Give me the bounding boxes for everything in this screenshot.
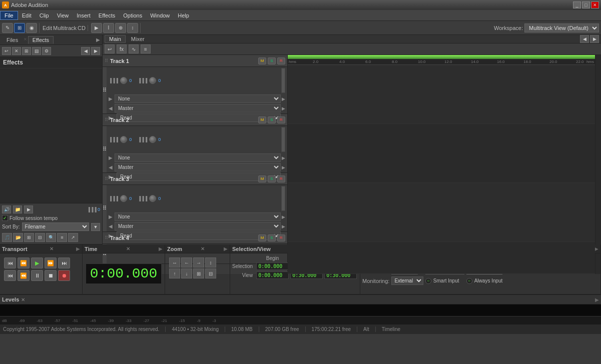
tab-files[interactable]: Files <box>2 36 23 44</box>
tool-btn-2[interactable]: I <box>103 23 114 33</box>
trans-record[interactable]: ⏺ <box>58 270 70 281</box>
workspace-select[interactable]: Multitrack View (Default) <box>524 24 599 32</box>
track-1-output-select[interactable]: Master <box>115 104 281 112</box>
trans-rewind[interactable]: ⏪ <box>18 258 30 268</box>
track-3-pan-knob[interactable] <box>149 195 156 202</box>
track-tool-eq[interactable]: ∿ <box>129 44 139 54</box>
zoom-btn-3[interactable]: → <box>193 258 204 268</box>
track-1-vol-knob[interactable] <box>120 77 127 84</box>
file-icon-4[interactable]: ⊟ <box>35 233 45 242</box>
smart-input-radio[interactable]: ○ <box>425 278 431 284</box>
edit-mode-btn[interactable]: ✎ <box>2 23 13 33</box>
track-tab-main[interactable]: Main <box>105 35 126 43</box>
zoom-btn-4[interactable]: ↕ <box>205 258 216 268</box>
file-icon-3[interactable]: ⊞ <box>24 233 34 242</box>
trans-stop[interactable]: ⏹ <box>45 270 57 281</box>
track-4-record[interactable]: R <box>277 234 285 242</box>
zoom-btn-5[interactable]: ↑ <box>169 268 180 278</box>
tool-btn-1[interactable]: ▶ <box>91 23 102 33</box>
trans-play[interactable]: ▶ <box>31 258 43 268</box>
file-icon-7[interactable]: ↗ <box>68 233 78 242</box>
track-1-left-bar[interactable]: ⠿ <box>103 67 107 114</box>
track-tab-mixer[interactable]: Mixer <box>127 35 149 43</box>
sel-begin-input[interactable] <box>256 262 289 270</box>
track-1-send-more[interactable]: ▶ <box>282 96 285 102</box>
zoom-btn-1[interactable]: ↔ <box>169 258 180 268</box>
menu-help[interactable]: Help <box>174 12 193 20</box>
track-2-left-bar[interactable]: ⠿ <box>103 126 107 172</box>
track-2-vol-knob[interactable] <box>120 136 127 143</box>
zoom-btn-2[interactable]: ← <box>181 258 192 268</box>
track-2-drag[interactable]: ⠿ <box>105 117 109 122</box>
file-icon-5[interactable]: 🔍 <box>46 233 56 242</box>
track-4-mute[interactable]: M <box>258 234 266 242</box>
sort-select[interactable]: Filename <box>22 222 89 231</box>
sel-view-begin-input[interactable] <box>256 272 289 279</box>
track-2-resize-handle[interactable] <box>281 127 285 152</box>
track-2-output-select[interactable]: Master <box>115 163 281 172</box>
always-input-radio[interactable]: ○ <box>466 278 472 284</box>
track-2-mute[interactable]: M <box>258 116 266 124</box>
cd-mode-btn[interactable]: ◉ <box>26 23 37 33</box>
track-2-send-more[interactable]: ▶ <box>282 156 285 160</box>
track-3-solo[interactable]: S <box>268 176 276 182</box>
zoom-btn-7[interactable]: ⊞ <box>193 268 204 278</box>
trans-rewind-start[interactable]: ⏮ <box>4 258 16 268</box>
track-tool-fx[interactable]: fx <box>117 44 127 54</box>
panel-tool-2[interactable]: ✕ <box>12 47 21 55</box>
track-3-send-more[interactable]: ▶ <box>282 214 285 220</box>
track-3-output-select[interactable]: Master <box>115 222 281 230</box>
zoom-btn-8[interactable]: ⊟ <box>205 268 216 278</box>
track-panel-arrow[interactable]: ▶ <box>590 35 599 43</box>
track-1-mute[interactable]: M <box>258 58 266 64</box>
play-btn[interactable]: ▶ <box>24 206 33 214</box>
track-3-left-bar[interactable]: ⠿ <box>103 185 107 232</box>
menu-options[interactable]: Options <box>119 12 146 20</box>
levels-close[interactable]: ✕ <box>21 297 25 302</box>
maximize-button[interactable]: □ <box>582 2 590 8</box>
tab-effects[interactable]: Effects <box>28 36 54 44</box>
transport-expand[interactable]: ▶ <box>76 246 80 252</box>
right-scrollbar[interactable] <box>595 55 601 274</box>
file-icon-2[interactable]: 📂 <box>13 233 23 242</box>
panel-tool-5[interactable]: ⚙ <box>42 47 51 55</box>
trans-loop-start[interactable]: ⏮ <box>4 270 16 281</box>
track-2-pan-knob[interactable] <box>149 136 156 143</box>
minimize-button[interactable]: _ <box>573 2 581 8</box>
tool-btn-3[interactable]: ⊕ <box>115 23 126 33</box>
menu-clip[interactable]: Clip <box>36 12 53 20</box>
trans-ff-end[interactable]: ⏭ <box>58 258 70 268</box>
levels-expand[interactable]: ▶ <box>595 297 599 302</box>
session-expand[interactable]: ▶ <box>594 246 598 252</box>
menu-edit[interactable]: Edit <box>18 12 36 20</box>
track-1-solo[interactable]: S <box>268 58 276 64</box>
track-4-drag[interactable]: ⠿ <box>105 235 109 240</box>
time-expand[interactable]: ▶ <box>159 246 163 252</box>
menu-file[interactable]: File <box>0 11 18 20</box>
track-1-pan-knob[interactable] <box>149 77 156 84</box>
panel-tool-7[interactable]: ▶ <box>91 47 100 55</box>
track-tool-mix[interactable]: ≡ <box>141 44 151 54</box>
trans-ff[interactable]: ⏩ <box>45 258 57 268</box>
file-icon-6[interactable]: ≡ <box>57 233 67 242</box>
track-1-record[interactable]: R <box>277 58 285 64</box>
track-3-mute[interactable]: M <box>258 176 266 182</box>
menu-view[interactable]: View <box>53 12 73 20</box>
close-button[interactable]: ✕ <box>591 2 599 8</box>
panel-close-icon[interactable]: ▶ <box>96 37 100 42</box>
track-1-output-more[interactable]: ▶ <box>282 106 285 111</box>
menu-insert[interactable]: Insert <box>73 12 95 20</box>
track-3-resize-handle[interactable] <box>281 186 285 211</box>
panel-tool-4[interactable]: ▤ <box>32 47 41 55</box>
tool-btn-4[interactable]: ↕ <box>127 23 138 33</box>
menu-effects[interactable]: Effects <box>95 12 119 20</box>
track-3-send-select[interactable]: None <box>115 212 281 221</box>
file-icon-1[interactable]: 🎵 <box>2 233 12 242</box>
track-4-solo[interactable]: S <box>268 234 276 242</box>
zoom-btn-6[interactable]: ↓ <box>181 268 192 278</box>
track-2-solo[interactable]: S <box>268 116 276 124</box>
trans-loop-rewind[interactable]: ⏪ <box>18 270 30 281</box>
monitoring-select[interactable]: External <box>391 276 423 285</box>
track-1-resize-handle[interactable] <box>281 68 285 93</box>
panel-tool-6[interactable]: ◀ <box>81 47 90 55</box>
